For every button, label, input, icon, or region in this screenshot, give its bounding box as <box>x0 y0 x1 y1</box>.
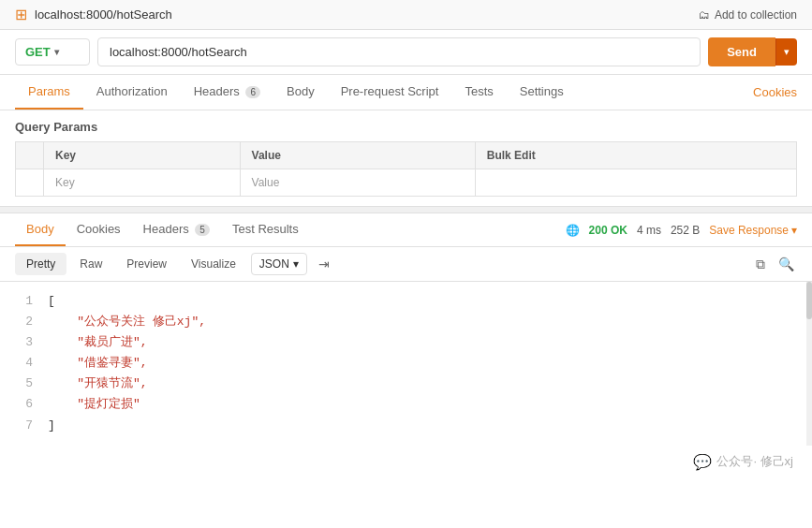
send-btn-group: Send ▾ <box>708 37 797 66</box>
json-body: 1 [ 2 "公众号关注 修己xj", 3 "裁员广进", 4 "借鉴寻妻", … <box>0 282 812 446</box>
col-bulk-edit: Bulk Edit <box>475 142 796 169</box>
table-row: Key Value <box>16 169 797 197</box>
response-tab-body[interactable]: Body <box>15 213 66 246</box>
response-section: Body Cookies Headers 5 Test Results 🌐 20… <box>0 213 812 478</box>
copy-button[interactable]: ⧉ <box>753 254 768 275</box>
format-tab-visualize[interactable]: Visualize <box>180 253 247 275</box>
format-tab-pretty[interactable]: Pretty <box>15 253 66 275</box>
col-key: Key <box>44 142 241 169</box>
section-divider <box>0 206 812 213</box>
format-bar: Pretty Raw Preview Visualize JSON ▾ ⇥ ⧉ … <box>0 247 812 282</box>
cookies-link[interactable]: Cookies <box>753 85 797 99</box>
add-to-collection-button[interactable]: 🗂 Add to collection <box>699 8 797 22</box>
tab-authorization[interactable]: Authorization <box>83 75 181 110</box>
json-line-7: 7 ] <box>15 416 797 436</box>
postman-icon: ⊞ <box>15 6 27 23</box>
format-tabs: Pretty Raw Preview Visualize <box>15 253 247 275</box>
response-tab-headers[interactable]: Headers 5 <box>132 213 221 246</box>
tab-params[interactable]: Params <box>15 75 83 110</box>
value-cell[interactable]: Value <box>240 169 475 197</box>
method-chevron-icon: ▾ <box>54 47 59 57</box>
top-bar-url: localhost:8000/hotSearch <box>35 7 172 22</box>
json-line-6: 6 "提灯定损" <box>15 394 797 415</box>
scrollbar-thumb[interactable] <box>806 282 812 319</box>
key-cell[interactable]: Key <box>44 169 241 197</box>
response-size: 252 B <box>671 224 700 237</box>
tab-settings[interactable]: Settings <box>507 75 577 110</box>
send-dropdown-button[interactable]: ▾ <box>775 38 797 66</box>
globe-icon: 🌐 <box>566 224 580 237</box>
json-line-5: 5 "开猿节流", <box>15 374 797 394</box>
json-format-select[interactable]: JSON ▾ <box>251 253 307 275</box>
url-bar: GET ▾ Send ▾ <box>0 30 812 75</box>
format-tab-raw[interactable]: Raw <box>68 253 113 275</box>
json-line-1: 1 [ <box>15 291 797 312</box>
tab-tests[interactable]: Tests <box>451 75 506 110</box>
response-tab-test-results[interactable]: Test Results <box>221 213 310 246</box>
top-bar-left: ⊞ localhost:8000/hotSearch <box>15 6 172 23</box>
status-code: 200 OK <box>589 224 627 237</box>
request-tabs-bar: Params Authorization Headers 6 Body Pre-… <box>0 75 812 110</box>
json-line-2: 2 "公众号关注 修己xj", <box>15 312 797 332</box>
url-input[interactable] <box>97 37 701 66</box>
response-status: 🌐 200 OK 4 ms 252 B Save Response ▾ <box>566 224 797 237</box>
response-tab-cookies[interactable]: Cookies <box>66 213 132 246</box>
query-params-label: Query Params <box>15 120 797 134</box>
wrap-icon[interactable]: ⇥ <box>318 257 330 271</box>
top-bar: ⊞ localhost:8000/hotSearch 🗂 Add to coll… <box>0 0 812 30</box>
json-line-3: 3 "裁员广进", <box>15 332 797 353</box>
tab-headers[interactable]: Headers 6 <box>181 75 273 110</box>
json-line-4: 4 "借鉴寻妻", <box>15 353 797 374</box>
send-button[interactable]: Send <box>708 37 775 66</box>
response-tabs-bar: Body Cookies Headers 5 Test Results 🌐 20… <box>0 213 812 247</box>
watermark-text: 公众号· 修己xj <box>716 453 793 470</box>
method-label: GET <box>25 45 51 59</box>
request-tabs-left: Params Authorization Headers 6 Body Pre-… <box>15 75 577 110</box>
col-checkbox <box>16 142 44 169</box>
response-tabs-left: Body Cookies Headers 5 Test Results <box>15 213 310 246</box>
json-chevron-icon: ▾ <box>293 257 299 271</box>
tab-body[interactable]: Body <box>273 75 328 110</box>
tab-prerequest[interactable]: Pre-request Script <box>328 75 452 110</box>
save-response-chevron-icon: ▾ <box>791 224 797 237</box>
method-select[interactable]: GET ▾ <box>15 38 90 66</box>
save-response-button[interactable]: Save Response ▾ <box>709 224 797 237</box>
bulk-edit-cell <box>475 169 796 197</box>
format-right: ⧉ 🔍 <box>753 254 797 275</box>
response-time: 4 ms <box>637 224 661 237</box>
col-value: Value <box>240 142 475 169</box>
scrollbar-track[interactable] <box>806 282 812 446</box>
wechat-icon: 💬 <box>693 453 712 471</box>
watermark: 💬 公众号· 修己xj <box>0 446 812 478</box>
search-button[interactable]: 🔍 <box>775 254 797 274</box>
query-params-section: Query Params Key Value Bulk Edit Key Val… <box>0 110 812 197</box>
params-table: Key Value Bulk Edit Key Value <box>15 141 797 197</box>
format-tab-preview[interactable]: Preview <box>115 253 178 275</box>
collection-icon: 🗂 <box>699 8 710 22</box>
row-checkbox-cell <box>16 169 44 197</box>
response-body-wrap: 1 [ 2 "公众号关注 修己xj", 3 "裁员广进", 4 "借鉴寻妻", … <box>0 282 812 446</box>
